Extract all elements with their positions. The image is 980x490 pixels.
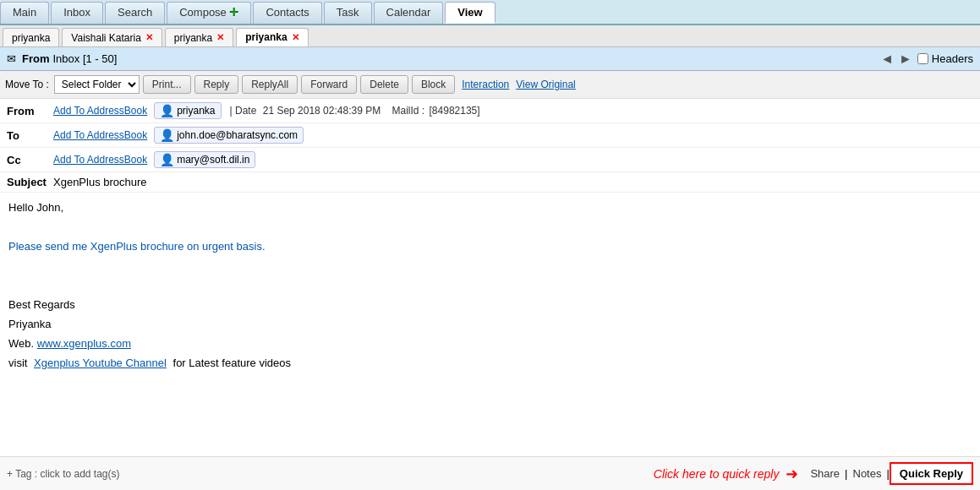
headers-label: Headers: [932, 52, 973, 65]
headers-checkbox-input[interactable]: [917, 53, 928, 64]
interaction-link[interactable]: Interaction: [462, 79, 509, 90]
to-address: john.doe@bharatsync.com: [177, 129, 298, 141]
mail-id-value: [84982135]: [430, 105, 480, 117]
quick-reply-button[interactable]: Quick Reply: [890, 462, 973, 485]
cc-row: Cc Add To AddressBook 👤 mary@soft.dil.in: [0, 148, 980, 172]
delete-button[interactable]: Delete: [360, 75, 408, 94]
from-field-label: From: [7, 105, 53, 117]
footer-links: Share | Notes | Quick Reply: [805, 462, 973, 485]
to-contact-badge: 👤 john.doe@bharatsync.com: [154, 127, 304, 144]
from-name: priyanka: [177, 105, 215, 117]
subject-label: Subject: [7, 176, 53, 188]
date-label: Date: [235, 105, 256, 117]
contact-icon: 👤: [160, 104, 174, 117]
close-icon[interactable]: ✕: [292, 32, 299, 43]
tab-calendar[interactable]: Calendar: [374, 2, 444, 24]
header-right: ◄ ► Headers: [880, 52, 973, 67]
sub-tab-label: priyanka: [174, 32, 212, 44]
tab-view[interactable]: View: [445, 2, 495, 24]
web-label: Web.: [8, 337, 34, 350]
cc-add-link[interactable]: Add To AddressBook: [53, 154, 147, 166]
tab-compose[interactable]: Compose ✛: [167, 2, 251, 24]
body-visit: visit Xgenplus Youtube Channel for Lates…: [8, 357, 972, 369]
reply-all-button[interactable]: ReplyAll: [242, 75, 298, 94]
sub-tabs: priyanka Vaishali Kataria ✕ priyanka ✕ p…: [0, 25, 980, 47]
folder-select[interactable]: Select Folder: [54, 75, 140, 94]
sub-tab-vaishali[interactable]: Vaishali Kataria ✕: [62, 28, 162, 46]
share-link[interactable]: Share: [805, 467, 845, 480]
email-view-area: From Add To AddressBook 👤 priyanka | Dat…: [0, 99, 980, 490]
tab-inbox[interactable]: Inbox: [51, 2, 103, 24]
inbox-range: Inbox [1 - 50]: [53, 52, 118, 65]
close-icon[interactable]: ✕: [216, 32, 224, 43]
compose-plus-icon: ✛: [227, 6, 239, 19]
print-button[interactable]: Print...: [143, 75, 191, 94]
email-details: From Add To AddressBook 👤 priyanka | Dat…: [0, 99, 980, 193]
move-to-label: Move To :: [5, 79, 49, 90]
from-add-link[interactable]: Add To AddressBook: [53, 105, 147, 117]
envelope-icon: ✉: [7, 52, 16, 65]
to-add-link[interactable]: Add To AddressBook: [53, 129, 147, 141]
footer: + Tag : click to add tag(s) Click here t…: [0, 456, 980, 490]
header-left: ✉ From Inbox [1 - 50]: [7, 52, 117, 65]
sub-tab-priyanka3[interactable]: priyanka ✕: [236, 28, 308, 46]
cc-field-label: Cc: [7, 154, 53, 166]
notes-link[interactable]: Notes: [848, 467, 887, 480]
nav-tabs: Main Inbox Search Compose ✛ Contacts Tas…: [0, 0, 980, 25]
body-signature2: Priyanka: [8, 318, 972, 330]
close-icon[interactable]: ✕: [145, 32, 153, 43]
headers-checkbox: Headers: [917, 52, 973, 65]
subject-row: Subject XgenPlus brochure: [0, 172, 980, 192]
toolbar: Move To : Select Folder Print... Reply R…: [0, 71, 980, 99]
from-row: From Add To AddressBook 👤 priyanka | Dat…: [0, 99, 980, 123]
subject-value: XgenPlus brochure: [53, 176, 147, 188]
forward-button[interactable]: Forward: [301, 75, 357, 94]
footer-right: Click here to quick reply ➜ Share | Note…: [654, 462, 973, 485]
visit-suffix: for Latest feature videos: [173, 357, 291, 369]
date-value: 21 Sep 2018 02:48:39 PM: [263, 105, 381, 117]
contact-icon: 👤: [160, 153, 174, 166]
from-contact-badge: 👤 priyanka: [154, 102, 221, 119]
from-label: From: [22, 52, 50, 65]
sub-tab-label: priyanka: [12, 32, 50, 44]
body-web: Web. www.xgenplus.com: [8, 337, 972, 350]
quick-reply-hint: Click here to quick reply: [654, 467, 780, 481]
date-info: | Date 21 Sep 2018 02:48:39 PM MailId : …: [230, 105, 480, 117]
body-signature1: Best Regards: [8, 298, 972, 311]
main-content: Main Inbox Search Compose ✛ Contacts Tas…: [0, 0, 980, 490]
tab-search[interactable]: Search: [105, 2, 165, 24]
cc-contact-badge: 👤 mary@soft.dil.in: [154, 151, 255, 168]
tag-label[interactable]: + Tag : click to add tag(s): [7, 468, 120, 480]
tab-task[interactable]: Task: [324, 2, 372, 24]
prev-arrow[interactable]: ◄: [880, 52, 894, 67]
tab-contacts[interactable]: Contacts: [253, 2, 321, 24]
to-row: To Add To AddressBook 👤 john.doe@bharats…: [0, 123, 980, 148]
email-body: Hello John, Please send me XgenPlus broc…: [0, 193, 980, 384]
next-arrow[interactable]: ►: [899, 52, 912, 67]
sub-tab-priyanka2[interactable]: priyanka ✕: [165, 28, 233, 46]
arrow-right-icon: ➜: [786, 465, 798, 483]
sub-tab-label: priyanka: [245, 31, 287, 43]
mail-id-label: MailId :: [392, 105, 425, 117]
sub-tab-label: Vaishali Kataria: [71, 32, 141, 44]
visit-text: visit: [8, 357, 27, 369]
body-line1: Please send me XgenPlus brochure on urge…: [8, 240, 972, 253]
web-url-link[interactable]: www.xgenplus.com: [37, 337, 131, 350]
view-original-link[interactable]: View Original: [516, 79, 575, 90]
header-bar: ✉ From Inbox [1 - 50] ◄ ► Headers: [0, 47, 980, 71]
reply-button[interactable]: Reply: [194, 75, 239, 94]
cc-address: mary@soft.dil.in: [177, 154, 249, 166]
contact-icon: 👤: [160, 128, 174, 142]
body-greeting: Hello John,: [8, 201, 972, 214]
sub-tab-priyanka1[interactable]: priyanka: [3, 28, 59, 46]
to-field-label: To: [7, 129, 53, 142]
block-button[interactable]: Block: [412, 75, 455, 94]
youtube-link[interactable]: Xgenplus Youtube Channel: [34, 357, 167, 369]
tab-main[interactable]: Main: [0, 2, 49, 24]
